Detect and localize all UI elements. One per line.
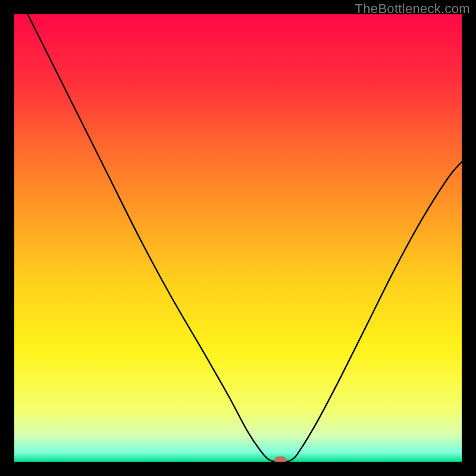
plot-area bbox=[14, 14, 462, 462]
watermark-text: TheBottleneck.com bbox=[355, 1, 470, 17]
chart-svg bbox=[14, 14, 462, 462]
gradient-background bbox=[14, 14, 462, 462]
chart-frame: TheBottleneck.com bbox=[0, 0, 476, 476]
optimal-point-marker bbox=[274, 456, 286, 462]
